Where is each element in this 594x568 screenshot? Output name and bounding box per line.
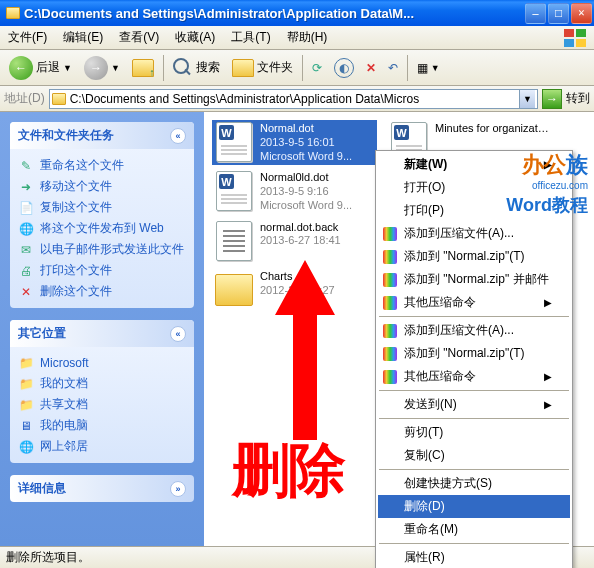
svg-rect-1 <box>576 29 586 37</box>
context-menu-item[interactable]: 重命名(M) <box>378 518 570 541</box>
archive-icon <box>382 226 398 242</box>
sidebar: 文件和文件夹任务 « ✎重命名这个文件➜移动这个文件📄复制这个文件🌐将这个文件发… <box>0 112 204 546</box>
details-panel-title: 详细信息 <box>18 480 66 497</box>
task-item[interactable]: ✉以电子邮件形式发送此文件 <box>18 239 186 260</box>
menu-help[interactable]: 帮助(H) <box>279 26 336 49</box>
menu-view[interactable]: 查看(V) <box>111 26 167 49</box>
place-label: 共享文档 <box>40 396 88 413</box>
file-tile[interactable]: normal.dot.back 2013-6-27 18:41 <box>212 219 377 264</box>
globe-button[interactable]: ◐ <box>329 54 359 82</box>
search-label: 搜索 <box>196 59 220 76</box>
sync-button[interactable]: ⟳ <box>307 54 327 82</box>
close-button[interactable]: × <box>571 3 592 24</box>
maximize-button[interactable]: □ <box>548 3 569 24</box>
window-title: C:\Documents and Settings\Administrator\… <box>24 6 525 21</box>
undo-button[interactable]: ↶ <box>383 54 403 82</box>
addressbar: 地址(D) C:\Documents and Settings\Administ… <box>0 86 594 112</box>
context-menu-label: 属性(R) <box>404 549 445 566</box>
menu-tools[interactable]: 工具(T) <box>223 26 278 49</box>
file-name: Minutes for organization... <box>435 122 550 136</box>
x-icon: ✕ <box>366 61 376 75</box>
up-button[interactable] <box>127 54 159 82</box>
context-menu-item[interactable]: 添加到压缩文件(A)... <box>378 319 570 342</box>
places-panel-title: 其它位置 <box>18 325 66 342</box>
place-item[interactable]: 📁共享文档 <box>18 394 186 415</box>
titlebar: C:\Documents and Settings\Administrator\… <box>0 0 594 26</box>
search-icon <box>173 58 193 78</box>
svg-rect-3 <box>576 39 586 47</box>
place-item[interactable]: 🖥我的电脑 <box>18 415 186 436</box>
menu-file[interactable]: 文件(F) <box>0 26 55 49</box>
context-menu-label: 其他压缩命令 <box>404 294 476 311</box>
details-panel: 详细信息 » <box>10 475 194 502</box>
file-tile[interactable]: Normal.dot 2013-9-5 16:01 Microsoft Word… <box>212 120 377 165</box>
windows-flag-icon <box>556 26 594 49</box>
task-item[interactable]: 🌐将这个文件发布到 Web <box>18 218 186 239</box>
context-menu-item[interactable]: 发送到(N)▶ <box>378 393 570 416</box>
place-label: 我的文档 <box>40 375 88 392</box>
place-item[interactable]: 📁Microsoft <box>18 353 186 373</box>
address-label: 地址(D) <box>4 90 45 107</box>
context-menu-item[interactable]: 添加到 "Normal.zip"(T) <box>378 342 570 365</box>
context-menu-item[interactable]: 添加到 "Normal.zip"(T) <box>378 245 570 268</box>
archive-icon <box>382 323 398 339</box>
folders-button[interactable]: 文件夹 <box>227 54 298 82</box>
file-tile[interactable]: Charts 2012-2-3 16:27 <box>212 268 377 312</box>
tasks-panel-header[interactable]: 文件和文件夹任务 « <box>10 122 194 149</box>
go-label: 转到 <box>566 90 590 107</box>
context-menu-item[interactable]: 添加到压缩文件(A)... <box>378 222 570 245</box>
menu-favorites[interactable]: 收藏(A) <box>167 26 223 49</box>
task-item[interactable]: ➜移动这个文件 <box>18 176 186 197</box>
context-menu-item[interactable]: 删除(D) <box>378 495 570 518</box>
archive-icon <box>382 295 398 311</box>
go-button[interactable]: → <box>542 89 562 109</box>
task-icon: 🌐 <box>18 221 34 237</box>
delete-button[interactable]: ✕ <box>361 54 381 82</box>
context-menu-item[interactable]: 创建快捷方式(S) <box>378 472 570 495</box>
place-icon: 📁 <box>18 355 34 371</box>
tasks-panel-title: 文件和文件夹任务 <box>18 127 114 144</box>
task-item[interactable]: 🖨打印这个文件 <box>18 260 186 281</box>
file-name: Normal.dot <box>260 122 352 136</box>
back-button[interactable]: ← 后退 ▼ <box>4 54 77 82</box>
place-icon: 🖥 <box>18 418 34 434</box>
task-label: 复制这个文件 <box>40 199 112 216</box>
forward-button[interactable]: → ▼ <box>79 54 125 82</box>
task-icon: 📄 <box>18 200 34 216</box>
task-label: 移动这个文件 <box>40 178 112 195</box>
task-label: 将这个文件发布到 Web <box>40 220 164 237</box>
back-arrow-icon: ← <box>9 56 33 80</box>
context-menu-item[interactable]: 属性(R) <box>378 546 570 568</box>
context-menu-item[interactable]: 剪切(T) <box>378 421 570 444</box>
place-item[interactable]: 🌐网上邻居 <box>18 436 186 457</box>
menubar: 文件(F) 编辑(E) 查看(V) 收藏(A) 工具(T) 帮助(H) <box>0 26 594 50</box>
task-icon: ✕ <box>18 284 34 300</box>
word-doc-icon <box>216 122 252 162</box>
context-menu-item[interactable]: 其他压缩命令▶ <box>378 365 570 388</box>
place-item[interactable]: 📁我的文档 <box>18 373 186 394</box>
file-tile[interactable]: Normal0ld.dot 2013-9-5 9:16 Microsoft Wo… <box>212 169 377 214</box>
archive-icon <box>382 249 398 265</box>
menu-edit[interactable]: 编辑(E) <box>55 26 111 49</box>
address-dropdown[interactable]: ▼ <box>519 90 535 108</box>
task-item[interactable]: 📄复制这个文件 <box>18 197 186 218</box>
context-menu-item[interactable]: 复制(C) <box>378 444 570 467</box>
archive-icon <box>382 369 398 385</box>
undo-icon: ↶ <box>388 61 398 75</box>
context-menu-separator <box>379 390 569 391</box>
views-button[interactable]: ▦▼ <box>412 54 445 82</box>
place-label: 网上邻居 <box>40 438 88 455</box>
task-item[interactable]: ✕删除这个文件 <box>18 281 186 302</box>
context-menu-item[interactable]: 其他压缩命令▶ <box>378 291 570 314</box>
status-text: 删除所选项目。 <box>6 549 90 566</box>
places-panel-header[interactable]: 其它位置 « <box>10 320 194 347</box>
details-panel-header[interactable]: 详细信息 » <box>10 475 194 502</box>
address-input[interactable]: C:\Documents and Settings\Administrator\… <box>49 89 538 109</box>
search-button[interactable]: 搜索 <box>168 54 225 82</box>
task-item[interactable]: ✎重命名这个文件 <box>18 155 186 176</box>
context-menu-item[interactable]: 添加到 "Normal.zip" 并邮件 <box>378 268 570 291</box>
folder-icon <box>215 274 253 306</box>
minimize-button[interactable]: – <box>525 3 546 24</box>
archive-icon <box>382 272 398 288</box>
forward-arrow-icon: → <box>84 56 108 80</box>
